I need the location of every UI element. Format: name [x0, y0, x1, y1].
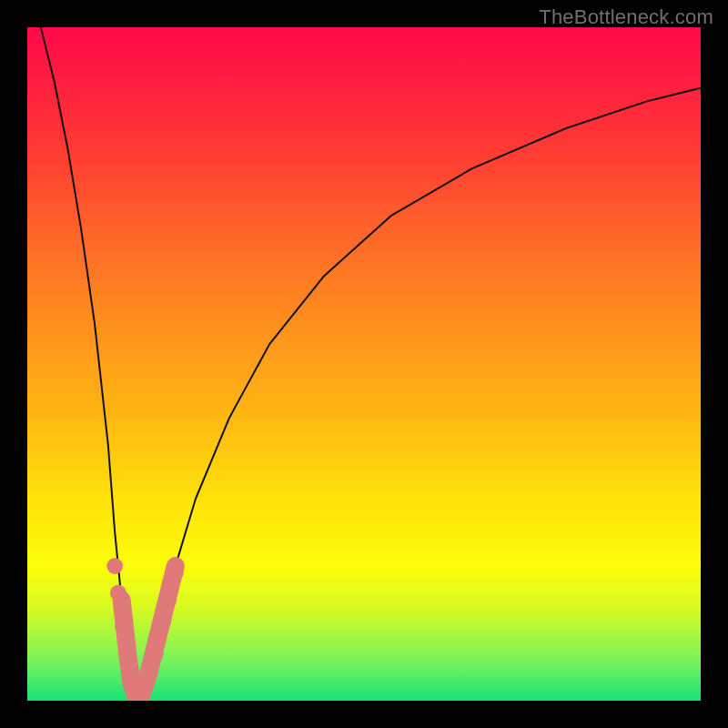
chart-overlay [27, 27, 701, 701]
marker-point [135, 684, 151, 701]
marker-point [160, 592, 177, 608]
marker-point [121, 662, 137, 679]
marker-point [115, 619, 131, 635]
marker-point [140, 669, 157, 685]
marker-point [167, 564, 184, 581]
marker-group [106, 558, 184, 701]
chart-frame: TheBottleneck.com [0, 0, 728, 728]
marker-point [155, 612, 171, 628]
plot-area [27, 27, 701, 701]
marker-point [106, 558, 123, 574]
curve-right-branch [142, 88, 701, 694]
watermark-label: TheBottleneck.com [539, 5, 713, 29]
marker-point [119, 645, 136, 662]
marker-point [147, 645, 164, 662]
marker-point [110, 585, 126, 602]
